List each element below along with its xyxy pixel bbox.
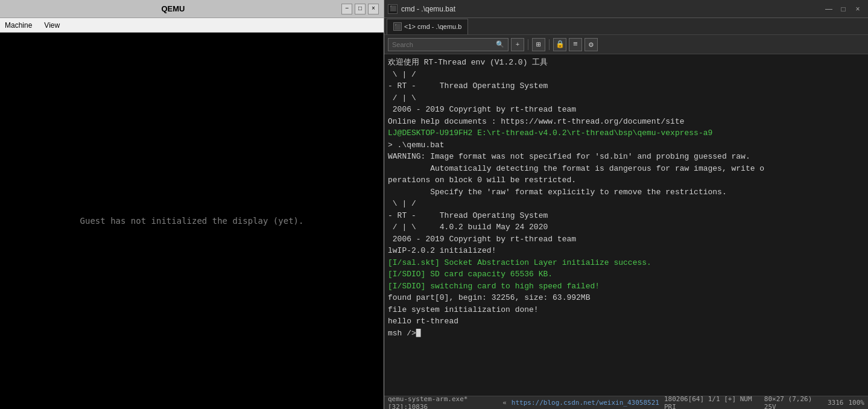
status-link[interactable]: https://blog.csdn.net/weixin_43058521 [512,399,659,407]
qemu-close-button[interactable]: × [368,4,379,14]
cmd-tab-icon: ⬛ [393,22,402,31]
menu-view[interactable]: View [42,20,62,31]
terminal-line: [I/SDIO] switching card to high speed fa… [388,281,864,293]
terminal-line: WARNING: Image format was not specified … [388,151,864,163]
terminal-line: [I/sal.skt] Socket Abstraction Layer ini… [388,257,864,269]
qemu-display-message: Guest has not initialized the display (y… [80,216,304,226]
qemu-menubar: Machine View [0,18,384,33]
cmd-title-left: ⬛ cmd - .\qemu.bat [388,4,822,14]
qemu-display: Guest has not initialized the display (y… [0,33,384,409]
terminal-line: \ | / [388,198,864,210]
status-zoom: 100% [849,399,865,407]
terminal-line: hello rt-thread [388,315,864,328]
status-process: qemu-system-arm.exe*[32]:10836 [388,395,498,410]
terminal-line: 欢迎使用 RT-Thread env (V1.2.0) 工具 [388,57,864,69]
menu-button[interactable]: ≡ [569,38,582,51]
terminal-line: perations on block 0 will be restricted. [388,174,864,186]
add-tab-button[interactable]: + [511,38,524,51]
status-info: 180206[64] 1/1 [+] NUM PRI [664,395,759,410]
qemu-window: QEMU − □ × Machine View Guest has not in… [0,0,384,409]
terminal-line: Specify the 'raw' format explicitly to r… [388,186,864,198]
terminal-line: / | \ 4.0.2 build May 24 2020 [388,221,864,233]
terminal-line: Automatically detecting the format is da… [388,163,864,175]
lock-button[interactable]: 🔒 [553,38,566,51]
status-position: 80×27 (7,26) 25V [764,395,823,410]
terminal-line: \ | / [388,69,864,81]
layout-button[interactable]: ⊞ [532,38,545,51]
cmd-tab-label: <1> cmd - .\qemu.b [404,23,461,30]
toolbar-separator-2 [549,39,550,50]
cmd-minimize-button[interactable]: — [822,2,835,16]
terminal-line: [I/SDIO] SD card capacity 65536 KB. [388,268,864,281]
status-count: 3316 [828,399,844,407]
qemu-window-controls: − □ × [341,4,379,14]
cmd-title-text: cmd - .\qemu.bat [401,5,455,13]
terminal-line: lwIP-2.0.2 initialized! [388,245,864,257]
qemu-title: QEMU [5,4,341,13]
terminal-line: > .\qemu.bat [388,139,864,151]
qemu-titlebar: QEMU − □ × [0,0,384,18]
terminal-line: - RT - Thread Operating System [388,210,864,222]
terminal-line: / | \ [388,92,864,104]
terminal-line: Online help documents : https://www.rt-t… [388,116,864,128]
menu-machine[interactable]: Machine [2,20,34,31]
terminal-line: msh />█ [388,328,864,340]
cmd-toolbar: 🔍 + ⊞ 🔒 ≡ ⚙ [384,35,868,54]
qemu-minimize-button[interactable]: − [341,4,352,14]
terminal-line: found part[0], begin: 32256, size: 63.99… [388,292,864,304]
search-container[interactable]: 🔍 [388,38,508,51]
toolbar-separator [528,39,528,50]
status-separator: « [502,399,507,407]
terminal-line: file system initialization done! [388,304,864,316]
cmd-window: ⬛ cmd - .\qemu.bat — □ × ⬛ <1> cmd - .\q… [384,0,868,409]
cmd-close-button[interactable]: × [851,2,864,16]
cmd-statusbar: qemu-system-arm.exe*[32]:10836 « https:/… [384,396,868,409]
cmd-terminal[interactable]: 欢迎使用 RT-Thread env (V1.2.0) 工具 \ | /- RT… [384,54,868,396]
cmd-window-icon: ⬛ [388,4,398,14]
terminal-line: 2006 - 2019 Copyright by rt-thread team [388,104,864,116]
settings-button[interactable]: ⚙ [584,38,598,51]
cmd-titlebar: ⬛ cmd - .\qemu.bat — □ × [384,0,868,18]
terminal-line: LJ@DESKTOP-U919FH2 E:\rt-thread-v4.0.2\r… [388,127,864,139]
cmd-restore-button[interactable]: □ [837,2,850,16]
cmd-window-controls: — □ × [822,2,864,16]
cmd-tab-active[interactable]: ⬛ <1> cmd - .\qemu.b [387,19,468,34]
qemu-restore-button[interactable]: □ [355,4,366,14]
terminal-line: 2006 - 2019 Copyright by rt-thread team [388,233,864,246]
terminal-line: - RT - Thread Operating System [388,80,864,92]
search-input[interactable] [392,41,493,48]
cmd-tabbar: ⬛ <1> cmd - .\qemu.b [384,18,868,35]
terminal-cursor: █ [416,329,421,338]
search-icon: 🔍 [496,40,504,48]
